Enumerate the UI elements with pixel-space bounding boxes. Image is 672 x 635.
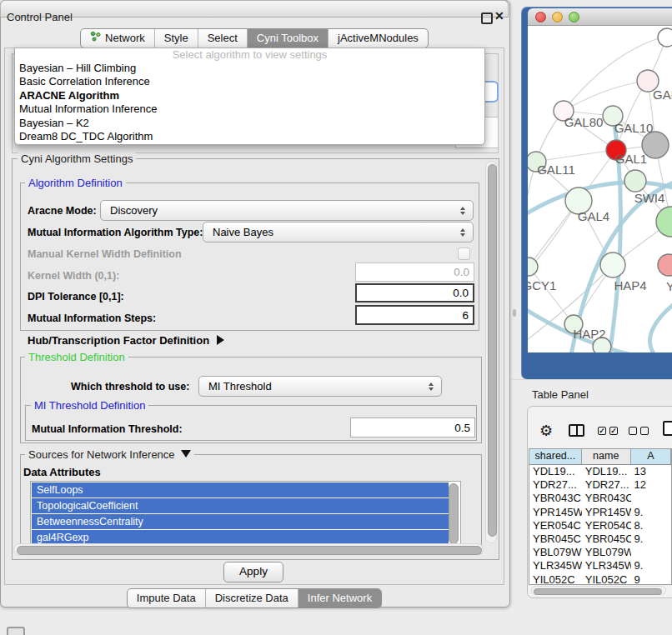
docked-panel-icon[interactable] [7, 627, 25, 635]
cyni-bottom-tabs: Impute DataDiscretize DataInfer Network [0, 588, 509, 608]
data-attributes-list: SelfLoopsTopologicalCoefficientBetweenne… [30, 481, 461, 545]
close-traffic-light-icon[interactable] [535, 12, 546, 22]
network-node-label-gcy1: GCY1 [528, 278, 556, 292]
control-panel-titlebar[interactable] [0, 0, 509, 18]
dpi-tolerance-field[interactable] [355, 283, 474, 302]
table-cell: YPR145W [529, 506, 582, 519]
tab-impute-data[interactable]: Impute Data [128, 589, 205, 608]
mi-type-value: Naive Bayes [203, 226, 460, 238]
control-panel-tabs: NetworkStyleSelectCyni ToolboxjActiveMNo… [0, 28, 509, 48]
attribute-item-topologicalcoefficient[interactable]: TopologicalCoefficient [32, 498, 449, 513]
column-header-name[interactable]: name [582, 449, 631, 464]
table-row[interactable]: YER054CYER054C8. [529, 519, 671, 532]
network-node-label-gal: GAL [653, 88, 672, 102]
attribute-item-betweennesscentrality[interactable]: BetweennessCentrality [32, 514, 449, 529]
settings-vertical-scrollbar[interactable] [485, 161, 497, 543]
table-row[interactable]: YBR043CYBR043C [529, 492, 671, 505]
scrollbar-thumb[interactable] [488, 164, 497, 537]
algorithm-option-bayesian-hill-climbing[interactable]: Bayesian – Hill Climbing [15, 62, 484, 75]
tab-discretize-data[interactable]: Discretize Data [205, 589, 298, 608]
network-node-label-hap4: HAP4 [614, 278, 646, 292]
mi-threshold-field[interactable] [350, 418, 475, 438]
select-all-icon[interactable]: ✓✓ [598, 427, 618, 435]
splitter-handle[interactable] [513, 309, 516, 317]
columns-icon[interactable] [569, 424, 584, 437]
data-attributes-label: Data Attributes [23, 466, 101, 478]
document-icon[interactable] [663, 421, 672, 436]
aracne-mode-label: Aracne Mode: [28, 205, 97, 217]
tab-label: Select [208, 29, 238, 48]
aracne-mode-value: Discovery [101, 204, 460, 217]
algorithm-option-dream8-dc-tdc-algorithm[interactable]: Dream8 DC_TDC Algorithm [15, 130, 484, 143]
table-row[interactable]: YDR27...YDR27...12 [529, 478, 671, 492]
mi-type-combo[interactable]: Naive Bayes [203, 222, 474, 242]
algorithm-option-basic-correlation-inference[interactable]: Basic Correlation Inference [15, 75, 484, 88]
settings-horizontal-scrollbar[interactable] [13, 543, 484, 555]
tab-label: Style [164, 29, 188, 48]
tab-select[interactable]: Select [198, 29, 247, 48]
tab-style[interactable]: Style [154, 29, 198, 48]
scrollbar-thumb[interactable] [17, 546, 482, 555]
list-scrollbar-thumb[interactable] [449, 483, 459, 544]
table-cell: 9. [631, 532, 671, 546]
network-node-label-gal4: GAL4 [578, 209, 609, 223]
node-attribute-table: shared...nameA YDL19...YDL19...13YDR27..… [529, 448, 672, 585]
network-node[interactable] [658, 254, 672, 276]
attribute-item-selfloops[interactable]: SelfLoops [32, 482, 449, 498]
desktop: Control Panel ✕ NetworkStyleSelectCyni T… [0, 0, 672, 635]
network-window-titlebar[interactable] [528, 8, 672, 26]
tab-cyni-toolbox[interactable]: Cyni Toolbox [247, 29, 328, 48]
table-row[interactable]: YIL052CYIL052C9 [529, 573, 671, 586]
table-cell: YER054C [529, 519, 582, 532]
network-edge-highlighted[interactable] [650, 301, 672, 352]
algorithm-option-aracne-algorithm[interactable]: ARACNE Algorithm [15, 89, 484, 102]
zoom-traffic-light-icon[interactable] [569, 12, 579, 22]
table-cell: YER054C [582, 519, 631, 532]
table-row[interactable]: YBL079WYBL079W [529, 546, 671, 559]
settings-gear-icon[interactable]: ⚙ [539, 422, 553, 440]
tab-jactivemnodules[interactable]: jActiveMNodules [328, 29, 428, 48]
minimize-traffic-light-icon[interactable] [552, 12, 563, 22]
network-node[interactable] [658, 28, 672, 47]
network-node-label-hap2: HAP2 [573, 327, 605, 341]
hub-definition-expander[interactable]: Hub/Transcription Factor Definition [28, 334, 224, 347]
network-node[interactable] [600, 252, 625, 278]
group-title: MI Threshold Definition [31, 399, 148, 412]
column-header-shared[interactable]: shared... [529, 449, 582, 464]
table-cell: YDL19... [529, 465, 582, 478]
network-node-label-gal80: GAL80 [564, 115, 604, 129]
network-canvas[interactable]: GAL80GAL10GAL1GAL11GALGAL4SWI4GCY1HAP4YH… [528, 26, 672, 352]
algorithm-option-mutual-information-inference[interactable]: Mutual Information Inference [15, 102, 484, 116]
table-cell: YBL079W [582, 546, 631, 559]
mi-steps-field[interactable] [355, 305, 474, 325]
sources-title: Sources for Network Inference [28, 448, 175, 461]
aracne-mode-combo[interactable]: Discovery [100, 200, 474, 221]
close-window-icon[interactable]: ✕ [494, 9, 504, 22]
table-cell: YBR045C [529, 532, 582, 546]
network-edge[interactable] [536, 150, 616, 162]
table-cell: YBR043C [529, 492, 582, 505]
tab-network[interactable]: Network [81, 29, 154, 48]
scrollbar-thumb[interactable] [534, 588, 662, 595]
table-row[interactable]: YBR045CYBR045C9. [529, 532, 671, 546]
table-cell: YBL079W [529, 546, 582, 559]
table-row[interactable]: YPR145WYPR145W9. [529, 506, 671, 519]
algorithm-option-bayesian-k2[interactable]: Bayesian – K2 [15, 117, 484, 130]
tab-infer-network[interactable]: Infer Network [298, 589, 381, 608]
column-header-a[interactable]: A [631, 449, 671, 464]
expand-right-icon [217, 335, 224, 345]
table-horizontal-scrollbar[interactable] [531, 586, 666, 595]
network-node[interactable] [656, 207, 672, 237]
mi-type-label: Mutual Information Algorithm Type: [28, 227, 203, 238]
deselect-all-icon[interactable] [629, 427, 649, 435]
network-icon [90, 29, 101, 48]
float-window-icon[interactable] [481, 12, 493, 24]
table-row[interactable]: YDL19...YDL19...13 [529, 465, 671, 478]
apply-button[interactable]: Apply [223, 562, 283, 582]
table-row[interactable]: YLR345WYLR345W9. [529, 559, 671, 572]
sources-expander[interactable]: Sources for Network Inference [25, 448, 194, 461]
table-cell: YDR27... [529, 478, 582, 492]
tab-label: Cyni Toolbox [257, 29, 318, 48]
network-node[interactable] [624, 170, 646, 192]
which-threshold-combo[interactable]: MI Threshold [198, 376, 442, 397]
